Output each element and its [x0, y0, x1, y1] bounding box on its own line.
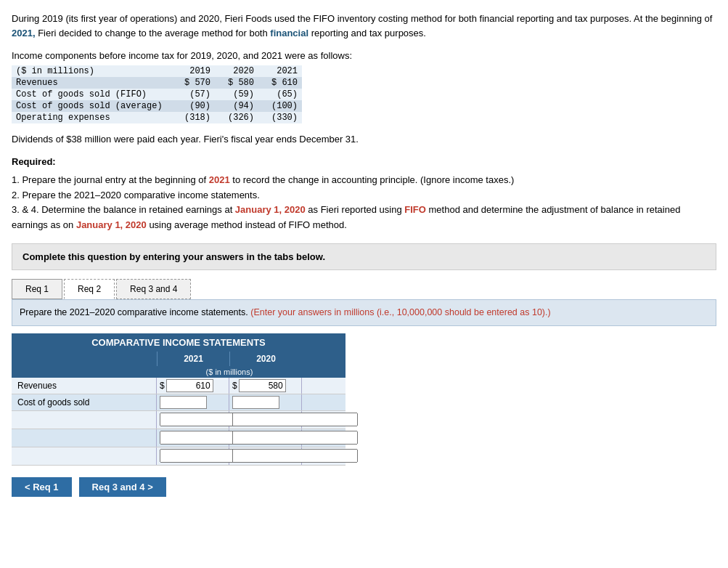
req-item-1: 1. Prepare the journal entry at the begi…: [12, 173, 716, 188]
table-header-2021: 2021: [258, 65, 302, 77]
revenues-2021-cell[interactable]: $: [157, 378, 229, 394]
cogs-2020-input[interactable]: [232, 396, 279, 409]
tab-req1-label: Req 1: [25, 284, 49, 294]
revenues-2021-dollar: $: [160, 381, 165, 391]
table-header-label: ($ in millions): [12, 65, 171, 77]
col-header-2020: 2020: [229, 352, 302, 366]
cogs-2020-cell[interactable]: [229, 394, 302, 410]
prev-button[interactable]: < Req 1: [12, 477, 72, 497]
empty-row-1-2020-input[interactable]: [232, 413, 358, 426]
revenues-2021-input[interactable]: [166, 379, 213, 392]
next-button[interactable]: Req 3 and 4 >: [79, 477, 166, 497]
tab-req1[interactable]: Req 1: [12, 279, 62, 299]
empty-row-3-label: [12, 447, 157, 465]
empty-row-2-2020-input[interactable]: [232, 431, 358, 445]
tabs-container: Req 1 Req 2 Req 3 and 4: [12, 279, 716, 299]
table-header-2020: 2020: [215, 65, 258, 77]
empty-row-1: [12, 411, 345, 429]
empty-row-2-2020[interactable]: [229, 429, 302, 447]
cogs-row: Cost of goods sold: [12, 394, 345, 411]
row-revenues-2021: $ 610: [258, 77, 302, 89]
revenues-2020-input[interactable]: [239, 379, 286, 392]
row-revenues-label: Revenues: [12, 77, 171, 89]
row-opex-2020: (326): [215, 112, 258, 123]
complete-box: Complete this question by entering your …: [12, 243, 716, 270]
col-header-2021: 2021: [157, 352, 229, 366]
empty-row-1-2020[interactable]: [229, 411, 302, 429]
dividends-text: Dividends of $38 million were paid each …: [12, 134, 716, 145]
row-cogs-fifo-2020: (59): [215, 89, 258, 100]
intro-paragraph: During 2019 (its first year of operation…: [12, 12, 716, 40]
empty-row-3-2020[interactable]: [229, 447, 302, 465]
complete-box-text: Complete this question by entering your …: [23, 251, 325, 262]
tab-req2-label: Req 2: [78, 284, 101, 294]
empty-row-3-2020-input[interactable]: [232, 449, 358, 463]
highlight-year: 2021,: [12, 28, 36, 38]
cogs-2021-cell[interactable]: [157, 394, 229, 410]
req-item-3: 3. & 4. Determine the balance in retaine…: [12, 203, 716, 233]
cogs-label: Cost of goods sold: [12, 394, 157, 410]
tab-req2[interactable]: Req 2: [64, 279, 115, 299]
row-revenues-2020: $ 580: [215, 77, 258, 89]
row-cogs-avg-2020: (94): [215, 100, 258, 112]
instructions-text: Prepare the 2021–2020 comparative income…: [20, 307, 250, 317]
row-opex-2021: (330): [258, 112, 302, 123]
row-cogs-avg-2021: (100): [258, 100, 302, 112]
comp-income-title: COMPARATIVE INCOME STATEMENTS: [12, 333, 345, 352]
empty-row-3-2021[interactable]: [157, 447, 229, 465]
bottom-nav: < Req 1 Req 3 and 4 >: [12, 477, 716, 497]
revenues-2020-dollar: $: [232, 381, 237, 391]
row-opex-2019: (318): [171, 112, 215, 123]
row-cogs-fifo-label: Cost of goods sold (FIFO): [12, 89, 171, 100]
cogs-2021-input[interactable]: [160, 396, 207, 409]
table-header-2019: 2019: [171, 65, 215, 77]
empty-row-2-2021[interactable]: [157, 429, 229, 447]
income-data-table: ($ in millions) 2019 2020 2021 Revenues …: [12, 65, 302, 123]
row-cogs-fifo-2019: (57): [171, 89, 215, 100]
empty-row-2-label: [12, 429, 157, 447]
revenues-label: Revenues: [12, 378, 157, 394]
comparative-income-container: COMPARATIVE INCOME STATEMENTS 2021 2020 …: [12, 333, 345, 466]
units-row: ($ in millions): [157, 366, 302, 378]
prev-button-label: < Req 1: [25, 482, 59, 492]
tab-req3and4[interactable]: Req 3 and 4: [116, 279, 191, 299]
row-cogs-avg-label: Cost of goods sold (average): [12, 100, 171, 112]
required-title: Required:: [12, 155, 716, 170]
row-cogs-fifo-2021: (65): [258, 89, 302, 100]
empty-row-1-label: [12, 411, 157, 429]
row-opex-label: Operating expenses: [12, 112, 171, 123]
revenues-row: Revenues $ $: [12, 378, 345, 394]
row-cogs-avg-2019: (90): [171, 100, 215, 112]
tab-req3and4-label: Req 3 and 4: [130, 284, 177, 294]
revenues-2020-cell[interactable]: $: [229, 378, 302, 394]
row-revenues-2019: $ 570: [171, 77, 215, 89]
highlight-financial: financial: [270, 28, 308, 38]
empty-row-2: [12, 429, 345, 447]
empty-row-3: [12, 447, 345, 466]
instructions-note: (Enter your answers in millions (i.e., 1…: [250, 307, 550, 317]
income-label: Income components before income tax for …: [12, 50, 716, 61]
req-item-2: 2. Prepare the 2021–2020 comparative inc…: [12, 188, 716, 203]
empty-row-1-2021[interactable]: [157, 411, 229, 429]
next-button-label: Req 3 and 4 >: [92, 482, 153, 492]
instructions-bar: Prepare the 2021–2020 comparative income…: [12, 299, 716, 326]
